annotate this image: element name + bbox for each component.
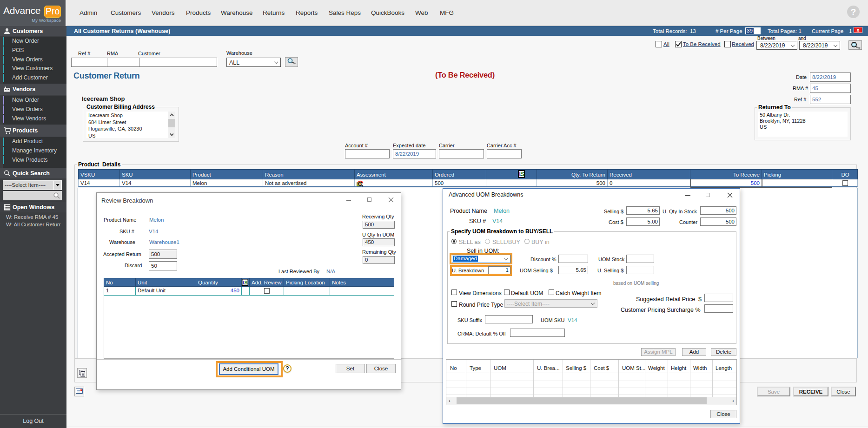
svg-text:S: S [521,171,524,178]
svg-text:S: S [245,280,248,285]
